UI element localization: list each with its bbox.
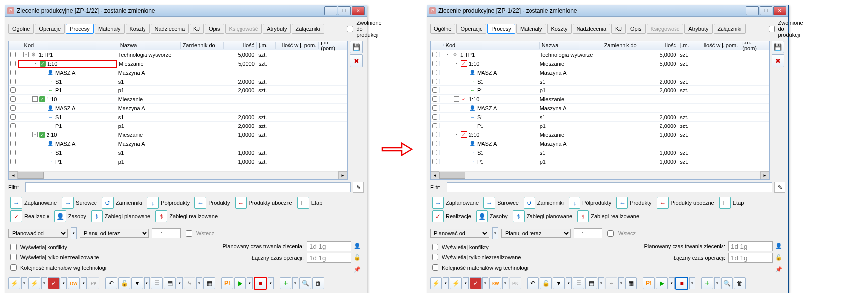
- tab-koszty[interactable]: Koszty: [126, 24, 150, 34]
- tab-materiały[interactable]: Materiały: [95, 24, 125, 34]
- tree-row[interactable]: 👤MASZ AMaszyna A: [431, 68, 769, 77]
- filter-input[interactable]: [25, 182, 351, 192]
- plan-from-select[interactable]: Planować od: [8, 229, 68, 238]
- pin-icon[interactable]: 📌: [353, 265, 362, 274]
- col-ilosc[interactable]: Ilość: [224, 42, 257, 49]
- row-checkbox[interactable]: [432, 141, 437, 146]
- row-checkbox[interactable]: [10, 132, 16, 137]
- tab-atrybuty[interactable]: Atrybuty: [263, 24, 290, 34]
- titlebar[interactable]: P Zlecenie produkcyjne [ZP-1/22] - zosta…: [427, 5, 788, 17]
- tree-row[interactable]: →S1s12,0000szt.: [9, 77, 347, 86]
- check-button[interactable]: ✓: [48, 277, 60, 289]
- tree-row[interactable]: 👤MASZ AMaszyna A: [431, 104, 769, 113]
- wstecz-checkbox[interactable]: [186, 230, 192, 237]
- row-checkbox[interactable]: [432, 105, 437, 111]
- titlebar[interactable]: P Zlecenie produkcyjne [ZP-1/22] - zosta…: [5, 5, 367, 17]
- tab-procesy[interactable]: Procesy: [66, 24, 94, 34]
- lock2-button[interactable]: 🔓: [118, 277, 130, 289]
- tree-row[interactable]: →S1s12,0000szt.: [431, 113, 769, 122]
- tab-księgowość[interactable]: Księgowość: [225, 24, 262, 34]
- tree-row[interactable]: -✓2:10Mieszanie1,0000szt.: [431, 130, 769, 139]
- expand-icon[interactable]: -: [32, 96, 38, 102]
- row-checkbox[interactable]: [432, 79, 437, 84]
- maximize-button[interactable]: ☐: [338, 6, 351, 15]
- minimize-button[interactable]: —: [324, 6, 337, 15]
- tab-operacje[interactable]: Operacje: [456, 24, 486, 34]
- tab-załączniki[interactable]: Załączniki: [292, 24, 324, 34]
- plan-from-select[interactable]: Planować od: [430, 229, 489, 238]
- tab-ogólne[interactable]: Ogólne: [8, 24, 34, 34]
- scroll-left-icon[interactable]: ◄: [9, 171, 18, 179]
- tree-row[interactable]: -⚙1:TP1Technologia wytworze5,0000szt.: [9, 50, 347, 59]
- tree-row[interactable]: →P1p12,0000szt.: [431, 122, 769, 130]
- row-checkbox[interactable]: [432, 159, 437, 164]
- trash-button[interactable]: 🗑: [312, 277, 324, 289]
- tab-kj[interactable]: KJ: [611, 24, 626, 34]
- lock-icon[interactable]: 🔓: [353, 253, 362, 262]
- save-button[interactable]: 💾: [772, 41, 784, 53]
- zoom-button[interactable]: 🔍: [299, 277, 311, 289]
- maximize-button[interactable]: ☐: [760, 6, 772, 15]
- tree-row[interactable]: 👤MASZ AMaszyna A: [431, 139, 769, 148]
- close-button[interactable]: ✕: [773, 6, 786, 15]
- lightning2-button[interactable]: ⚡: [28, 277, 40, 289]
- expand-icon[interactable]: -: [32, 132, 38, 137]
- tab-kj[interactable]: KJ: [190, 24, 204, 34]
- tree-row[interactable]: →S1s12,0000szt.: [431, 77, 769, 86]
- row-checkbox[interactable]: [10, 105, 16, 111]
- gantt-button[interactable]: ▤: [164, 277, 176, 289]
- row-checkbox[interactable]: [432, 114, 437, 120]
- tree-row[interactable]: →S1s11,0000szt.: [9, 148, 347, 157]
- tree-row[interactable]: ←P1p12,0000szt.: [9, 86, 347, 95]
- h-scrollbar[interactable]: ◄ ►: [431, 171, 769, 179]
- row-checkbox[interactable]: [10, 150, 16, 155]
- close-button[interactable]: ✕: [352, 6, 365, 15]
- tree-row[interactable]: -⚙1:TP1Technologia wytworze5,0000szt.: [431, 50, 769, 59]
- release-checkbox[interactable]: [347, 26, 353, 32]
- list-button[interactable]: ☰: [151, 277, 163, 289]
- row-checkbox[interactable]: [432, 123, 437, 128]
- row-checkbox[interactable]: [10, 114, 16, 120]
- tab-opis[interactable]: Opis: [627, 24, 646, 34]
- col-ilosc-pom[interactable]: Ilość w j. pom.: [276, 42, 319, 49]
- tree-row[interactable]: -✓1:10Mieszanie5,0000szt.: [431, 59, 769, 68]
- expand-icon[interactable]: -: [454, 96, 459, 102]
- row-checkbox[interactable]: [432, 52, 437, 57]
- release-checkbox[interactable]: [769, 26, 775, 32]
- row-checkbox[interactable]: [432, 61, 437, 66]
- dropdown-icon[interactable]: ▾: [71, 227, 77, 239]
- save-button[interactable]: 💾: [350, 41, 363, 53]
- row-checkbox[interactable]: [432, 70, 437, 75]
- tree-row[interactable]: -✓1:10Mieszanie: [431, 95, 769, 104]
- grid2-button[interactable]: ▦: [203, 277, 215, 289]
- filter-clear-button[interactable]: ✎: [353, 182, 364, 193]
- stop-button[interactable]: ■: [254, 277, 267, 290]
- expand-icon[interactable]: -: [445, 52, 450, 57]
- tree-row[interactable]: -✓1:10Mieszanie: [9, 95, 347, 104]
- lock-icon[interactable]: 🔓: [774, 253, 783, 262]
- minimize-button[interactable]: —: [746, 6, 759, 15]
- row-checkbox[interactable]: [10, 159, 16, 164]
- play-button[interactable]: ▶: [234, 277, 246, 289]
- expand-icon[interactable]: -: [23, 52, 29, 57]
- delete-button[interactable]: ✖: [350, 54, 363, 67]
- plan-mode-select[interactable]: Planuj od teraz: [501, 229, 571, 238]
- col-kod[interactable]: Kod: [22, 42, 118, 49]
- tab-nadzlecenia[interactable]: Nadzlecenia: [573, 24, 611, 34]
- user-icon[interactable]: 👤: [353, 241, 362, 250]
- tab-załączniki[interactable]: Załączniki: [714, 24, 746, 34]
- tree-row[interactable]: 👤MASZ AMaszyna A: [9, 104, 347, 113]
- row-checkbox[interactable]: [10, 141, 16, 146]
- user-icon[interactable]: 👤: [774, 241, 783, 250]
- col-nazwa[interactable]: Nazwa: [118, 42, 181, 49]
- tree-row[interactable]: →P1p11,0000szt.: [431, 157, 769, 166]
- tab-operacje[interactable]: Operacje: [35, 24, 65, 34]
- expand-icon[interactable]: -: [454, 61, 459, 66]
- pin-icon[interactable]: 📌: [774, 265, 783, 274]
- konflikty-checkbox[interactable]: [10, 244, 17, 250]
- process-grid[interactable]: Kod Nazwa Zamiennik do Ilość j.m. Ilość …: [8, 41, 348, 180]
- wstecz-checkbox[interactable]: [607, 230, 614, 237]
- delete-button[interactable]: ✖: [772, 54, 784, 67]
- filter-clear-button[interactable]: ✎: [774, 182, 785, 193]
- tree-row[interactable]: →P1p12,0000szt.: [9, 122, 347, 130]
